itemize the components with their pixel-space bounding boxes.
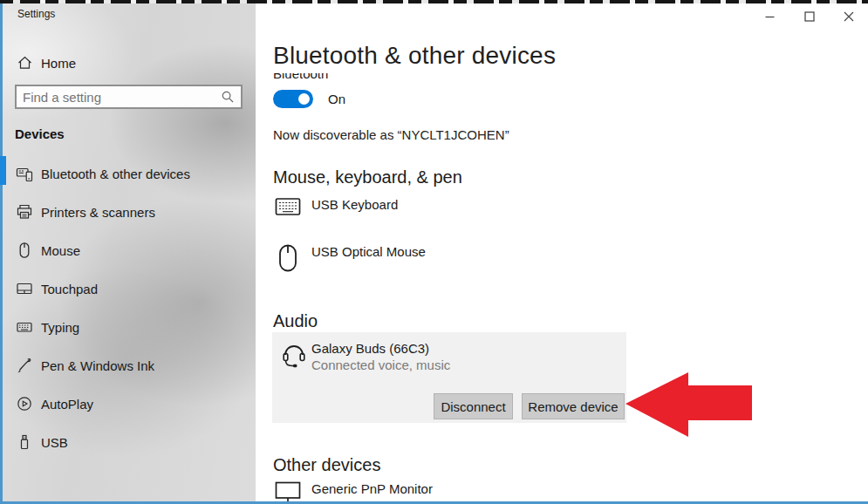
sidebar-items: Bluetooth & other devices Printers & sca… (0, 154, 256, 461)
maximize-button[interactable] (789, 3, 829, 30)
toggle-state-label: On (328, 92, 345, 106)
sidebar: Home Devices Bluetooth & other devi (0, 3, 256, 501)
device-row-usb-keyboard[interactable]: USB Keyboard (273, 197, 398, 216)
pen-icon (15, 357, 34, 374)
search-input[interactable] (17, 90, 215, 105)
sidebar-item-printers-scanners[interactable]: Printers & scanners (0, 193, 256, 231)
keyboard-icon (273, 197, 303, 216)
window-border-left (0, 3, 3, 504)
remove-device-button[interactable]: Remove device (522, 393, 625, 419)
audio-device-name: Galaxy Buds (66C3) (311, 341, 429, 356)
toggle-knob (298, 93, 310, 105)
section-heading-other-devices: Other devices (273, 455, 380, 475)
typing-icon (15, 318, 34, 336)
sidebar-item-bluetooth-other-devices[interactable]: Bluetooth & other devices (0, 154, 256, 193)
usb-icon (15, 433, 34, 451)
device-name: USB Keyboard (311, 197, 398, 212)
sidebar-item-label: Printers & scanners (41, 205, 155, 220)
sidebar-item-mouse[interactable]: Mouse (0, 231, 256, 269)
sidebar-item-label: Touchpad (41, 282, 98, 296)
sidebar-item-label: USB (41, 435, 68, 450)
mouse-icon (15, 242, 34, 259)
sidebar-item-label: Bluetooth & other devices (41, 167, 190, 181)
search-icon[interactable] (215, 90, 241, 104)
headset-icon (279, 342, 309, 370)
main-content: Bluetooth & other devices Bluetooth On N… (256, 3, 868, 501)
red-arrow-left-icon (625, 372, 752, 437)
touchpad-icon (15, 280, 34, 297)
sidebar-item-label: Typing (41, 320, 79, 335)
sidebar-item-autoplay[interactable]: AutoPlay (0, 385, 256, 423)
minimize-button[interactable] (750, 3, 789, 30)
bluetooth-toggle[interactable] (273, 90, 313, 108)
sidebar-item-label: AutoPlay (41, 397, 93, 412)
window-title: Settings (17, 8, 55, 20)
device-row-usb-optical-mouse[interactable]: USB Optical Mouse (273, 244, 426, 272)
section-heading-audio: Audio (273, 311, 318, 331)
device-name: Generic PnP Monitor (311, 481, 433, 496)
selected-item-indicator (0, 156, 6, 185)
page-title: Bluetooth & other devices (273, 42, 556, 70)
section-heading-mouse-keyboard-pen: Mouse, keyboard, & pen (273, 167, 462, 187)
home-icon (15, 56, 34, 70)
sidebar-item-label: Pen & Windows Ink (41, 358, 154, 373)
device-name: USB Optical Mouse (311, 244, 426, 259)
audio-device-status: Connected voice, music (311, 358, 450, 372)
sidebar-item-home[interactable]: Home (0, 45, 256, 80)
sidebar-section-header: Devices (15, 126, 65, 141)
settings-window: Settings Home Devices (0, 0, 868, 504)
sidebar-item-usb[interactable]: USB (0, 423, 256, 461)
autoplay-icon (15, 395, 34, 412)
search-box (15, 85, 243, 109)
printer-icon (15, 203, 34, 221)
sidebar-item-label: Mouse (41, 243, 80, 258)
sidebar-item-typing[interactable]: Typing (0, 308, 256, 346)
sidebar-item-label: Home (41, 56, 76, 71)
close-button[interactable] (829, 3, 868, 30)
sidebar-item-touchpad[interactable]: Touchpad (0, 269, 256, 308)
audio-device-card[interactable]: Galaxy Buds (66C3) Connected voice, musi… (272, 332, 626, 423)
cropped-window-artifact (0, 0, 868, 3)
disconnect-button[interactable]: Disconnect (434, 393, 513, 419)
sidebar-item-pen-windows-ink[interactable]: Pen & Windows Ink (0, 346, 256, 385)
bluetooth-devices-icon (15, 165, 34, 183)
optical-mouse-icon (273, 244, 303, 272)
bluetooth-section-label-clipped: Bluetooth (273, 73, 378, 85)
bluetooth-toggle-row: On (273, 90, 345, 108)
window-controls (750, 3, 868, 31)
discoverable-status-text: Now discoverable as “NYCLT1JCOHEN” (273, 127, 509, 142)
